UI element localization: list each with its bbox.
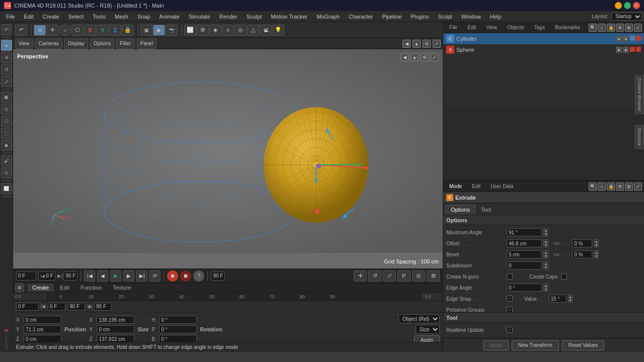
rotate-button[interactable]: ⬡: [71, 25, 84, 36]
camera-button[interactable]: 📽: [260, 25, 272, 36]
vp-nav-settings[interactable]: ⚙: [423, 40, 431, 48]
frame-down[interactable]: ◀: [41, 305, 46, 308]
render-full-button[interactable]: 📷: [166, 25, 178, 36]
obj-settings-icon[interactable]: ⚙: [616, 24, 624, 32]
content-browser-tab[interactable]: Content Browser: [635, 75, 644, 114]
go-to-start-button[interactable]: |◀: [84, 270, 95, 282]
sphere-vis-btn[interactable]: ●: [616, 47, 622, 53]
realtime-update-checkbox[interactable]: ✓: [507, 327, 513, 333]
edge-snap-checkbox[interactable]: ✓: [507, 296, 513, 302]
obj-item-sphere[interactable]: S Sphere ● ●: [443, 44, 644, 55]
obj-lock-icon[interactable]: 🔒: [607, 24, 615, 32]
solo-button[interactable]: ?: [193, 270, 204, 282]
anim-button5[interactable]: ◎: [412, 270, 425, 282]
model-mode-button[interactable]: ▣: [1, 92, 12, 103]
poly-mode-button[interactable]: ⬡: [1, 116, 12, 127]
psr-p-rot-field[interactable]: 0 °: [159, 325, 197, 333]
offset-var-spin[interactable]: ▲ ▼: [594, 239, 599, 247]
menu-render[interactable]: Render: [215, 13, 242, 21]
close-button[interactable]: ✕: [633, 2, 640, 9]
window-controls[interactable]: — □ ✕: [615, 2, 640, 9]
menu-mograph[interactable]: MoGraph: [312, 13, 344, 21]
apply-button[interactable]: Apply: [483, 340, 509, 350]
frame-start-field[interactable]: 0 F: [48, 303, 65, 311]
ngons-checkbox[interactable]: [507, 274, 513, 280]
filter-menu[interactable]: Filter: [116, 38, 134, 49]
props-search-icon[interactable]: 🔍: [589, 183, 597, 191]
edge-snap-value-input[interactable]: 15 °: [549, 295, 567, 303]
vp-nav-up2[interactable]: ▲: [411, 53, 419, 61]
props-lock-icon[interactable]: 🔒: [607, 183, 615, 191]
move-button[interactable]: ✛: [46, 25, 58, 36]
psr-h-rot-field[interactable]: 0 °: [159, 316, 197, 324]
render-view-button[interactable]: ▶: [153, 25, 165, 36]
display-menu[interactable]: Display: [64, 38, 88, 49]
cameras-menu[interactable]: Cameras: [35, 38, 63, 49]
step-forward-button[interactable]: ▶: [123, 270, 134, 282]
edge-angle-input[interactable]: 0 °: [507, 284, 542, 292]
bevel-var-input[interactable]: 0 %: [572, 250, 592, 258]
obj-objects-menu[interactable]: Objects: [503, 24, 528, 31]
psr-y-size-field[interactable]: 0 cm: [97, 325, 134, 333]
menu-animate[interactable]: Animate: [155, 13, 184, 21]
transform-x-button[interactable]: X: [84, 25, 96, 36]
props-settings-icon[interactable]: ⚙: [616, 183, 624, 191]
obj-tags-menu[interactable]: Tags: [530, 24, 549, 31]
preserve-groups-checkbox[interactable]: ✓: [507, 307, 513, 312]
panel-menu[interactable]: Panel: [137, 38, 157, 49]
vp-nav-arrows[interactable]: ◀: [400, 53, 409, 61]
lock-button[interactable]: 🔒: [122, 25, 134, 36]
menu-plugins[interactable]: Plugins: [407, 13, 433, 21]
current-frame-field[interactable]: 0 F: [16, 303, 39, 311]
frame-end-field1[interactable]: 90 F: [67, 303, 85, 311]
menu-script[interactable]: Script: [434, 13, 456, 21]
scale-tool-button[interactable]: ⤢: [1, 76, 12, 87]
view-menu[interactable]: View: [15, 38, 33, 49]
tab-create[interactable]: Create: [27, 284, 54, 292]
psr-y-pos-field[interactable]: 71.1 cm: [24, 325, 61, 333]
undo-icon[interactable]: ↶: [15, 25, 27, 36]
obj-item-cylinder[interactable]: C Cylinder ● ●: [443, 33, 644, 44]
transform-z-button[interactable]: Z: [109, 25, 121, 36]
viewport-3d[interactable]: Y X Z Perspective Grid Spacing : 100 cm …: [13, 49, 443, 268]
obj-search-icon[interactable]: 🔍: [589, 24, 597, 32]
obj-bookmarks-menu[interactable]: Bookmarks: [551, 24, 584, 31]
props-userdata-btn[interactable]: User Data: [487, 183, 517, 190]
anim-button4[interactable]: P: [397, 270, 411, 282]
props-edit-btn[interactable]: Edit: [468, 183, 485, 190]
menu-create[interactable]: Create: [39, 13, 63, 21]
obj-file-menu[interactable]: File: [445, 24, 461, 31]
render-region-button[interactable]: ▦: [140, 25, 152, 36]
loop-button[interactable]: ⟳: [149, 270, 160, 282]
vp-nav-left[interactable]: ◀: [403, 40, 411, 48]
brush-button[interactable]: 🖌: [1, 155, 12, 166]
subdivision-spin[interactable]: ▲ ▼: [543, 261, 548, 269]
obj-view-menu[interactable]: View: [482, 24, 501, 31]
menu-mesh[interactable]: Mesh: [111, 13, 132, 21]
edge-mode-button[interactable]: ⬛: [1, 128, 12, 139]
vp-nav-up[interactable]: ▲: [413, 40, 421, 48]
offset-input[interactable]: 46.8 cm: [507, 239, 542, 247]
edge-snap-value-spin[interactable]: ▲ ▼: [568, 295, 573, 303]
props-layout-icon[interactable]: ⊞: [625, 183, 633, 191]
edge-angle-spin[interactable]: ▲ ▼: [543, 284, 548, 292]
reset-values-button[interactable]: Reset Values: [562, 340, 605, 350]
tab-texture[interactable]: Texture: [108, 284, 136, 292]
menu-character[interactable]: Character: [345, 13, 377, 21]
vp-nav-max[interactable]: ⤢: [431, 53, 439, 61]
psr-x-size-field[interactable]: 138.195 cm: [97, 316, 134, 324]
bevel-var-spin[interactable]: ▲ ▼: [594, 250, 599, 258]
scale-anim-button[interactable]: ⤢: [383, 270, 396, 282]
transform-y-button[interactable]: Y: [97, 25, 109, 36]
menu-motion-tracker[interactable]: Motion Tracker: [267, 13, 311, 21]
layout-select[interactable]: Startup: [611, 13, 642, 21]
new-transform-button[interactable]: New Transform: [512, 340, 559, 350]
select-button[interactable]: ⊙: [34, 25, 46, 36]
menu-file[interactable]: File: [2, 13, 19, 21]
point-mode-button[interactable]: ◆: [1, 140, 12, 151]
move-anim-button[interactable]: ✛: [354, 270, 367, 282]
menu-select[interactable]: Select: [64, 13, 88, 21]
effector-button[interactable]: △: [247, 25, 259, 36]
offset-spin[interactable]: ▲ ▼: [543, 239, 548, 247]
tab-edit[interactable]: Edit: [55, 284, 74, 292]
